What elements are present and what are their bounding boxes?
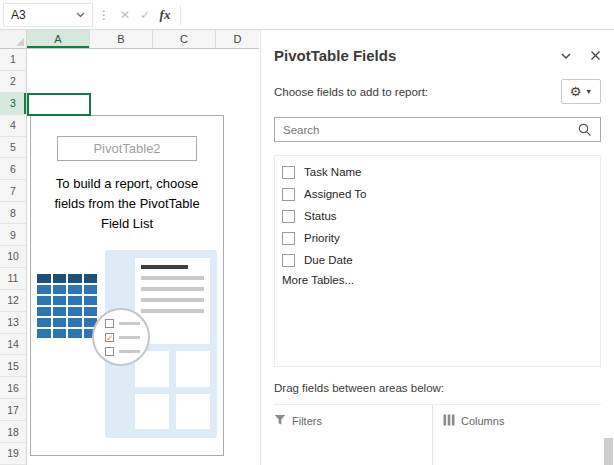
filters-area[interactable]: Filters: [274, 405, 432, 465]
row-header-18[interactable]: 18: [0, 421, 26, 443]
drag-fields-label: Drag fields between areas below:: [274, 382, 601, 394]
row-header-4[interactable]: 4: [0, 115, 26, 137]
magnifier-icon: ✓: [92, 308, 150, 366]
checkbox-icon[interactable]: [282, 210, 295, 223]
placeholder-message: To build a report, choose fields from th…: [31, 174, 223, 234]
enter-icon[interactable]: ✓: [135, 8, 155, 22]
pivottable-name-box: PivotTable2: [57, 136, 197, 161]
row-header-7[interactable]: 7: [0, 180, 26, 202]
search-box: [274, 117, 601, 142]
column-header-c[interactable]: C: [153, 30, 216, 48]
checkbox-icon[interactable]: [282, 232, 295, 245]
field-label: Due Date: [304, 254, 353, 266]
pivottable-placeholder: PivotTable2 To build a report, choose fi…: [30, 115, 224, 456]
columns-icon: [443, 414, 455, 428]
divider: [180, 5, 181, 25]
cells-area[interactable]: PivotTable2 To build a report, choose fi…: [27, 49, 259, 465]
row-header-12[interactable]: 12: [0, 290, 26, 312]
column-header-a[interactable]: A: [27, 30, 90, 48]
filter-icon: [274, 414, 286, 428]
more-tables-link[interactable]: More Tables...: [275, 274, 600, 286]
placeholder-message-line: To build a report, choose: [31, 174, 223, 194]
row-headers: 12345678910111213141516171819: [0, 49, 27, 465]
row-header-16[interactable]: 16: [0, 377, 26, 399]
columns-area-label: Columns: [461, 415, 504, 427]
field-label: Assigned To: [304, 188, 366, 200]
layout-areas-icon: [135, 351, 210, 429]
chevron-down-icon: ▼: [585, 88, 592, 95]
row-header-2[interactable]: 2: [0, 71, 26, 93]
columns-area[interactable]: Columns: [432, 405, 601, 465]
column-header-d[interactable]: D: [216, 30, 259, 48]
choose-fields-label: Choose fields to add to report:: [274, 86, 428, 98]
placeholder-message-line: Field List: [31, 214, 223, 234]
sheet-body: 12345678910111213141516171819 PivotTable…: [0, 49, 259, 465]
pane-header: PivotTable Fields: [274, 47, 601, 64]
field-item-task-name[interactable]: Task Name: [275, 161, 600, 183]
select-all-corner[interactable]: [0, 30, 27, 48]
formula-bar: A3 ⋮ ✕ ✓ fx: [0, 0, 614, 30]
row-header-15[interactable]: 15: [0, 355, 26, 377]
subtitle-row: Choose fields to add to report: ⚙ ▼: [274, 79, 601, 104]
row-header-1[interactable]: 1: [0, 49, 26, 71]
checkbox-icon[interactable]: [282, 254, 295, 267]
field-label: Priority: [304, 232, 340, 244]
separator-dots-icon: ⋮: [93, 8, 115, 22]
checkbox-icon: [105, 319, 114, 328]
gear-icon: ⚙: [570, 85, 582, 98]
name-box-value: A3: [11, 8, 26, 22]
row-header-9[interactable]: 9: [0, 224, 26, 246]
row-header-5[interactable]: 5: [0, 137, 26, 159]
column-header-b[interactable]: B: [90, 30, 153, 48]
selected-cell[interactable]: [27, 93, 91, 116]
drop-areas: Filters Columns: [274, 404, 601, 465]
column-headers: A B C D: [0, 30, 259, 49]
scrollbar-thumb[interactable]: [604, 438, 613, 465]
row-header-6[interactable]: 6: [0, 158, 26, 180]
row-header-10[interactable]: 10: [0, 246, 26, 268]
cancel-icon[interactable]: ✕: [115, 8, 135, 22]
insert-function-icon[interactable]: fx: [155, 7, 175, 23]
name-box[interactable]: A3: [3, 3, 93, 27]
row-header-19[interactable]: 19: [0, 443, 26, 465]
tools-button[interactable]: ⚙ ▼: [561, 79, 601, 104]
filters-area-label: Filters: [292, 415, 322, 427]
formula-input[interactable]: [186, 0, 614, 29]
field-item-assigned-to[interactable]: Assigned To: [275, 183, 600, 205]
checkbox-icon[interactable]: [282, 188, 295, 201]
row-header-13[interactable]: 13: [0, 312, 26, 334]
pane-title: PivotTable Fields: [274, 47, 396, 64]
field-item-status[interactable]: Status: [275, 205, 600, 227]
field-item-priority[interactable]: Priority: [275, 227, 600, 249]
placeholder-graphic: ✓: [31, 248, 223, 438]
field-list-illustration: ✓: [105, 250, 217, 438]
field-item-due-date[interactable]: Due Date: [275, 249, 600, 271]
checkbox-icon: [105, 347, 114, 356]
field-label: Status: [304, 210, 337, 222]
chevron-down-icon: [76, 12, 85, 18]
row-header-17[interactable]: 17: [0, 399, 26, 421]
row-header-14[interactable]: 14: [0, 334, 26, 356]
search-input[interactable]: [275, 124, 578, 136]
close-icon[interactable]: [590, 50, 601, 61]
checkbox-icon[interactable]: [282, 166, 295, 179]
chevron-down-icon[interactable]: [560, 50, 572, 62]
pivottable-fields-pane: PivotTable Fields Choose fields to add t…: [260, 30, 614, 465]
field-label: Task Name: [304, 166, 362, 178]
worksheet: A B C D 12345678910111213141516171819 Pi…: [0, 30, 259, 465]
row-header-11[interactable]: 11: [0, 268, 26, 290]
row-header-8[interactable]: 8: [0, 202, 26, 224]
placeholder-message-line: fields from the PivotTable: [31, 194, 223, 214]
search-icon[interactable]: [578, 123, 592, 137]
field-list: Task NameAssigned ToStatusPriorityDue Da…: [274, 155, 601, 367]
pivot-table-icon: [37, 274, 97, 338]
checkbox-checked-icon: ✓: [105, 333, 114, 342]
field-list-items: Task NameAssigned ToStatusPriorityDue Da…: [275, 161, 600, 271]
row-header-3[interactable]: 3: [0, 93, 26, 115]
